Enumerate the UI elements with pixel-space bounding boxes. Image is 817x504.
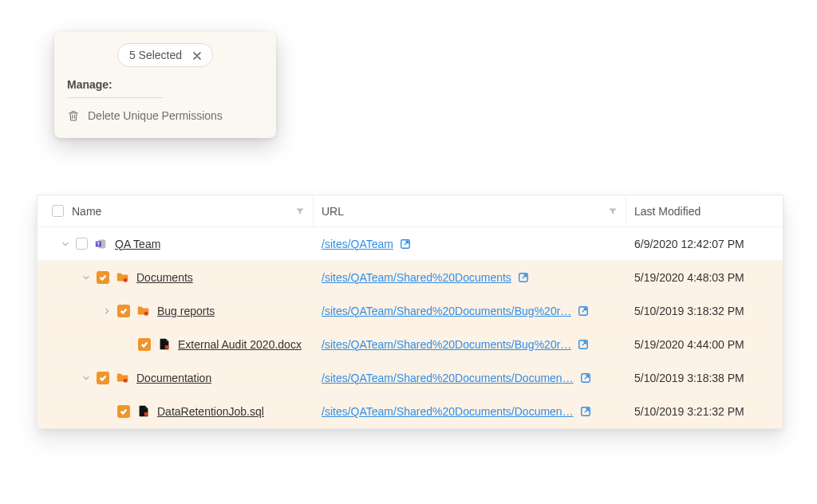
manage-heading: Manage: [67, 78, 263, 91]
item-name[interactable]: Documents [136, 271, 193, 284]
column-header-modified[interactable]: Last Modified [626, 195, 783, 226]
folder-icon [116, 270, 130, 285]
select-all-checkbox[interactable] [52, 205, 64, 217]
column-header-url[interactable]: URL [314, 195, 626, 226]
item-modified: 5/10/2019 3:18:32 PM [626, 305, 783, 317]
table-row[interactable]: Documents/sites/QATeam/Shared%20Document… [37, 261, 783, 294]
column-header-name[interactable]: Name [37, 195, 314, 226]
menu-item-label: Delete Unique Permissions [88, 109, 223, 122]
folder-icon [136, 304, 151, 318]
close-icon [193, 52, 201, 60]
teams-icon [94, 237, 109, 251]
row-checkbox[interactable] [97, 271, 109, 284]
table-row[interactable]: Documentation/sites/QATeam/Shared%20Docu… [37, 361, 783, 395]
row-checkbox[interactable] [117, 405, 130, 418]
table-row[interactable]: QA Team/sites/QATeam6/9/2020 12:42:07 PM [37, 227, 783, 261]
external-link-icon[interactable] [578, 339, 589, 350]
file-dark-icon [136, 404, 151, 419]
column-label: URL [322, 205, 344, 218]
chevron-down-icon[interactable] [61, 240, 69, 248]
item-url-link[interactable]: /sites/QATeam/Shared%20Documents [322, 271, 511, 284]
selection-count-label: 5 Selected [129, 49, 182, 61]
item-name[interactable]: DataRetentionJob.sql [157, 405, 264, 418]
trash-icon [67, 109, 80, 122]
chevron-right-icon[interactable] [103, 307, 111, 315]
item-modified: 5/19/2020 4:48:03 PM [626, 271, 783, 284]
table-row[interactable]: DataRetentionJob.sql/sites/QATeam/Shared… [37, 395, 783, 428]
selection-pill: 5 Selected [117, 43, 213, 67]
item-name[interactable]: External Audit 2020.docx [178, 338, 302, 351]
item-name[interactable]: QA Team [115, 238, 160, 250]
delete-unique-permissions-button[interactable]: Delete Unique Permissions [67, 106, 263, 125]
permissions-table: Name URL Last Modified QA Team/sites/QAT… [37, 195, 783, 429]
file-dark-icon [157, 337, 172, 352]
item-modified: 5/10/2019 3:18:38 PM [626, 372, 783, 384]
table-row[interactable]: Bug reports/sites/QATeam/Shared%20Docume… [37, 294, 783, 328]
selection-popover: 5 Selected Manage: Delete Unique Permiss… [54, 32, 276, 138]
table-row[interactable]: External Audit 2020.docx/sites/QATeam/Sh… [37, 328, 783, 361]
table-header: Name URL Last Modified [37, 195, 783, 227]
column-label: Name [72, 205, 101, 218]
item-name[interactable]: Documentation [136, 372, 211, 384]
item-modified: 6/9/2020 12:42:07 PM [626, 238, 783, 250]
clear-selection-button[interactable] [193, 49, 201, 61]
chevron-down-icon[interactable] [82, 274, 90, 282]
item-url-link[interactable]: /sites/QATeam [322, 238, 393, 250]
external-link-icon[interactable] [580, 372, 591, 384]
column-label: Last Modified [634, 205, 701, 218]
row-checkbox[interactable] [117, 305, 130, 317]
external-link-icon[interactable] [400, 238, 411, 250]
item-url-link[interactable]: /sites/QATeam/Shared%20Documents/Bug%20r… [322, 338, 571, 351]
item-name[interactable]: Bug reports [157, 305, 215, 317]
filter-icon[interactable] [608, 207, 618, 216]
folder-icon [116, 371, 130, 385]
item-url-link[interactable]: /sites/QATeam/Shared%20Documents/Documen… [322, 372, 574, 384]
item-url-link[interactable]: /sites/QATeam/Shared%20Documents/Documen… [322, 405, 574, 418]
row-checkbox[interactable] [138, 338, 151, 351]
row-checkbox[interactable] [76, 238, 88, 250]
external-link-icon[interactable] [578, 305, 589, 317]
item-modified: 5/10/2019 3:21:32 PM [626, 405, 783, 418]
item-modified: 5/19/2020 4:44:00 PM [626, 338, 783, 351]
external-link-icon[interactable] [580, 406, 591, 417]
filter-icon[interactable] [295, 207, 305, 216]
external-link-icon[interactable] [518, 272, 529, 283]
row-checkbox[interactable] [97, 372, 109, 384]
divider [67, 97, 163, 98]
item-url-link[interactable]: /sites/QATeam/Shared%20Documents/Bug%20r… [322, 305, 571, 317]
chevron-down-icon[interactable] [82, 374, 90, 382]
